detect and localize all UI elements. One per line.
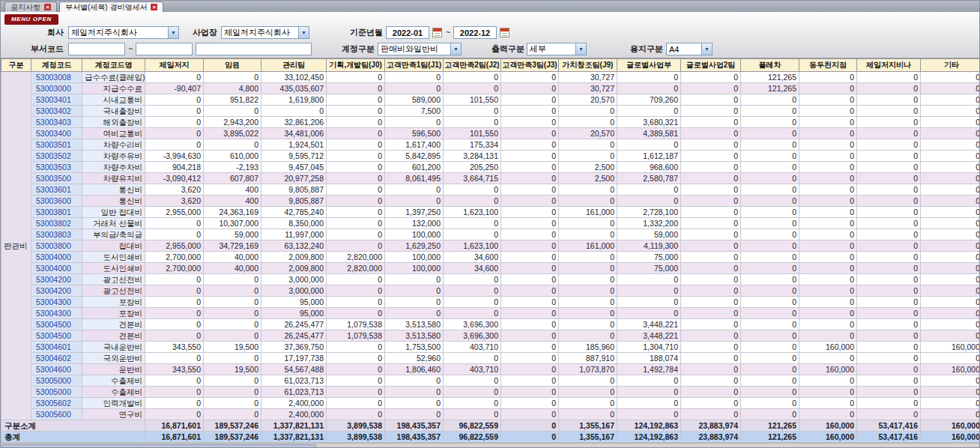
amount-cell[interactable]: 0	[681, 139, 741, 151]
column-header[interactable]: 기획,개발팀(J0)	[327, 59, 385, 72]
amount-cell[interactable]: 0	[921, 106, 980, 117]
amount-cell[interactable]: 0	[617, 297, 681, 308]
scrollbar-thumb[interactable]	[1, 444, 316, 448]
amount-cell[interactable]: 3,620	[145, 184, 204, 196]
amount-cell[interactable]: 0	[145, 72, 204, 83]
amount-cell[interactable]: 0	[681, 364, 741, 375]
table-row[interactable]: 53003000지급수수료-90,4074,800435,035,6070000…	[1, 83, 980, 94]
amount-cell[interactable]: 0	[857, 409, 921, 420]
amount-cell[interactable]: 54,567,488	[261, 364, 327, 375]
dept-code-from-input[interactable]	[68, 43, 125, 55]
amount-cell[interactable]: 0	[204, 297, 261, 308]
amount-cell[interactable]: 0	[501, 106, 559, 117]
amount-cell[interactable]: 205,250	[444, 162, 501, 173]
amount-cell[interactable]: 601,200	[385, 162, 444, 173]
amount-cell[interactable]: 0	[559, 285, 617, 297]
amount-cell[interactable]: 0	[145, 139, 204, 151]
amount-cell[interactable]: 0	[857, 398, 921, 409]
amount-cell[interactable]: 0	[204, 353, 261, 364]
table-row[interactable]: 53004000도서인쇄비2,700,00040,0002,009,8002,8…	[1, 263, 980, 274]
amount-cell[interactable]: 0	[327, 139, 385, 151]
amount-cell[interactable]: 75,000	[617, 263, 681, 274]
amount-cell[interactable]: -90,407	[145, 83, 204, 94]
paper-type-select[interactable]: A4 ▼	[666, 43, 713, 55]
account-name-cell[interactable]: 차량주차비	[82, 162, 145, 173]
amount-cell[interactable]: 0	[799, 173, 857, 184]
amount-cell[interactable]: 0	[741, 117, 799, 128]
column-header[interactable]: 플레차	[741, 59, 799, 72]
amount-cell[interactable]: 52,960	[385, 353, 444, 364]
amount-cell[interactable]: 0	[501, 252, 559, 263]
column-header[interactable]: 가치창조팀(J9)	[559, 59, 617, 72]
account-code-cell[interactable]: 53004500	[31, 330, 82, 342]
horizontal-scrollbar[interactable]	[1, 443, 979, 448]
company-select[interactable]: 제일저지주식회사 ▼	[68, 26, 179, 39]
amount-cell[interactable]: 0	[204, 285, 261, 297]
amount-cell[interactable]: 0	[741, 409, 799, 420]
amount-cell[interactable]: 0	[501, 285, 559, 297]
table-row[interactable]: 53004500견본비0026,245,4771,079,5383,513,58…	[1, 319, 980, 330]
account-name-cell[interactable]: 포장비	[82, 297, 145, 308]
account-name-cell[interactable]: 국내출장비	[82, 106, 145, 117]
amount-cell[interactable]: 2,955,000	[145, 240, 204, 252]
amount-cell[interactable]: 0	[327, 94, 385, 106]
amount-cell[interactable]: 20,570	[559, 94, 617, 106]
account-name-cell[interactable]: 통신비	[82, 196, 145, 207]
amount-cell[interactable]: 161,000	[559, 207, 617, 218]
amount-cell[interactable]: 9,595,712	[261, 151, 327, 162]
amount-cell[interactable]: 0	[857, 285, 921, 297]
amount-cell[interactable]: 3,696,300	[444, 319, 501, 330]
account-name-cell[interactable]: 도서인쇄비	[82, 263, 145, 274]
amount-cell[interactable]: 0	[921, 297, 980, 308]
amount-cell[interactable]: 0	[921, 319, 980, 330]
amount-cell[interactable]: 0	[741, 196, 799, 207]
account-name-cell[interactable]: 일반 접대비	[82, 207, 145, 218]
amount-cell[interactable]: 0	[559, 218, 617, 229]
amount-cell[interactable]: 0	[501, 353, 559, 364]
amount-cell[interactable]: 0	[921, 375, 980, 387]
amount-cell[interactable]: 160,000	[799, 342, 857, 353]
amount-cell[interactable]: 160,000	[921, 342, 980, 353]
amount-cell[interactable]: 0	[741, 173, 799, 184]
account-code-cell[interactable]: 53003401	[31, 94, 82, 106]
amount-cell[interactable]: 0	[799, 252, 857, 263]
amount-cell[interactable]: 0	[204, 409, 261, 420]
amount-cell[interactable]: 435,035,607	[261, 83, 327, 94]
amount-cell[interactable]: 9,457,045	[261, 162, 327, 173]
amount-cell[interactable]: 0	[444, 229, 501, 240]
amount-cell[interactable]: 0	[385, 308, 444, 319]
amount-cell[interactable]: 0	[559, 319, 617, 330]
amount-cell[interactable]: 1,753,500	[385, 342, 444, 353]
amount-cell[interactable]: 0	[799, 229, 857, 240]
amount-cell[interactable]: 0	[559, 151, 617, 162]
amount-cell[interactable]: 610,000	[204, 151, 261, 162]
amount-cell[interactable]: 0	[741, 151, 799, 162]
amount-cell[interactable]: 95,000	[261, 297, 327, 308]
account-code-cell[interactable]: 53005602	[31, 398, 82, 409]
column-header[interactable]: 고객만족1팀(J1)	[385, 59, 444, 72]
amount-cell[interactable]: 0	[559, 297, 617, 308]
amount-cell[interactable]: 0	[921, 72, 980, 83]
amount-cell[interactable]: 1,304,710	[617, 342, 681, 353]
amount-cell[interactable]: 0	[559, 308, 617, 319]
column-header[interactable]: 제일저지비나	[857, 59, 921, 72]
table-row[interactable]: 53004600운반비343,55019,50054,567,48801,806…	[1, 364, 980, 375]
amount-cell[interactable]: 0	[857, 387, 921, 398]
amount-cell[interactable]: 0	[327, 151, 385, 162]
amount-cell[interactable]: 0	[327, 375, 385, 387]
amount-cell[interactable]: 0	[145, 117, 204, 128]
account-name-cell[interactable]: 급수수료(클레임)	[82, 72, 145, 83]
amount-cell[interactable]: 0	[617, 106, 681, 117]
amount-cell[interactable]: 0	[559, 117, 617, 128]
table-row[interactable]: 53003803부의금/축의금059,00011,997,0000100,000…	[1, 229, 980, 240]
amount-cell[interactable]: 0	[799, 263, 857, 274]
amount-cell[interactable]: 3,448,221	[617, 330, 681, 342]
amount-cell[interactable]: 0	[559, 184, 617, 196]
column-header[interactable]: 글로벌사업부	[617, 59, 681, 72]
amount-cell[interactable]: 4,389,581	[617, 128, 681, 139]
amount-cell[interactable]: 400	[204, 196, 261, 207]
amount-cell[interactable]: 904,218	[145, 162, 204, 173]
amount-cell[interactable]: 1,629,250	[385, 240, 444, 252]
table-row[interactable]: 53004601국내운반비343,55019,50037,369,75001,7…	[1, 342, 980, 353]
amount-cell[interactable]: 0	[741, 353, 799, 364]
